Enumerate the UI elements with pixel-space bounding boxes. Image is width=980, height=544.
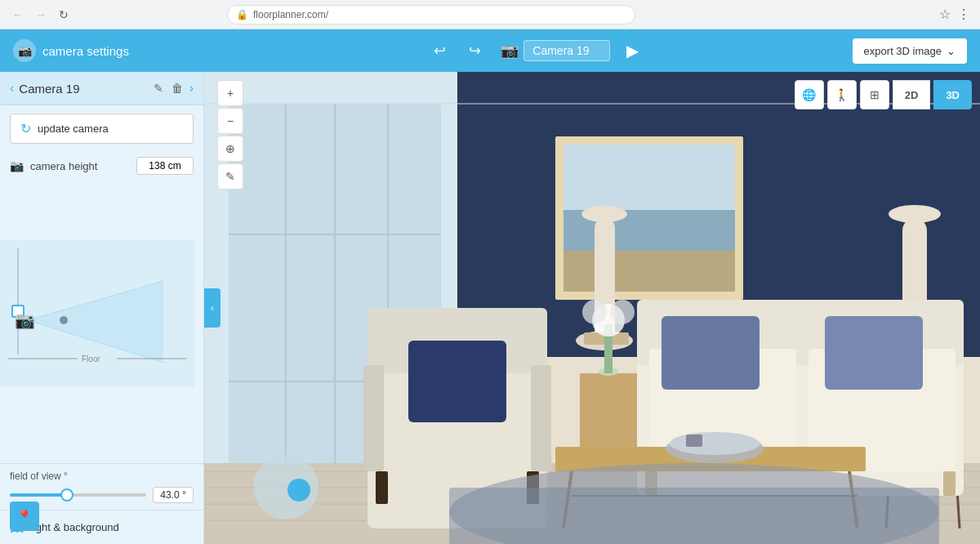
canvas-toolbar: + − ⊕ ✎ <box>217 80 243 190</box>
fov-label: field of view ° <box>10 470 194 482</box>
light-bg-label: light & background <box>31 521 119 533</box>
svg-rect-56 <box>363 365 384 471</box>
camera-nav: ‹ Camera 19 ✎ 🗑 › <box>0 72 203 105</box>
refresh-icon: ↻ <box>20 121 31 136</box>
svg-rect-31 <box>564 251 735 292</box>
svg-rect-58 <box>408 341 506 422</box>
redo-button[interactable]: ↪ <box>466 38 484 63</box>
svg-rect-50 <box>662 316 760 390</box>
view-mode-buttons: 🌐 🚶 ⊞ 2D 3D <box>795 80 972 109</box>
browser-chrome: ← → ↻ 🔒 floorplanner.com/ ☆ ⋮ <box>0 0 980 29</box>
export-button[interactable]: export 3D image ⌄ <box>853 38 967 64</box>
camera-height-input[interactable] <box>136 157 194 175</box>
svg-rect-57 <box>531 365 551 471</box>
camera-height-row: 📷 camera height <box>0 152 203 180</box>
zoom-in-button[interactable]: + <box>217 80 243 106</box>
forward-button[interactable]: → <box>33 7 49 23</box>
draw-button[interactable]: ✎ <box>217 163 243 190</box>
svg-point-66 <box>670 432 760 455</box>
undo-button[interactable]: ↩ <box>430 38 449 63</box>
export-label: export 3D image <box>864 45 942 57</box>
svg-rect-29 <box>564 145 735 210</box>
camera-height-icon: 📷 <box>10 159 24 172</box>
camera-select[interactable]: Camera 19 <box>523 40 610 61</box>
joystick-inner[interactable] <box>287 479 310 502</box>
fov-value: 43.0 ° <box>153 487 194 503</box>
play-button[interactable]: ▶ <box>626 41 639 60</box>
svg-rect-68 <box>449 488 939 544</box>
nav-joystick[interactable] <box>253 454 318 519</box>
lock-icon: 🔒 <box>236 9 248 20</box>
zoom-out-button[interactable]: − <box>217 108 243 134</box>
delete-camera-button[interactable]: 🗑 <box>170 80 185 96</box>
camera-icon: 📷 <box>501 42 519 60</box>
svg-point-38 <box>889 205 941 223</box>
back-button[interactable]: ← <box>10 7 26 23</box>
update-camera-label: update camera <box>38 123 109 135</box>
camera-prev-button[interactable]: ‹ <box>10 81 14 96</box>
location-icon: 📍 <box>16 509 33 524</box>
toolbar-right: export 3D image ⌄ <box>853 38 967 64</box>
update-camera-button[interactable]: ↻ update camera <box>10 114 194 144</box>
app: 📷 camera settings ↩ ↪ 📷 Camera 19 ▶ expo… <box>0 29 980 544</box>
globe-view-button[interactable]: 🌐 <box>795 80 824 109</box>
svg-point-7 <box>60 316 68 324</box>
center-view-button[interactable]: ⊕ <box>217 136 243 162</box>
top-toolbar: 📷 camera settings ↩ ↪ 📷 Camera 19 ▶ expo… <box>0 29 980 72</box>
toolbar-center: ↩ ↪ 📷 Camera 19 ▶ <box>227 38 843 63</box>
person-view-button[interactable]: 🚶 <box>827 80 857 109</box>
collapse-chevron-icon: ‹ <box>211 302 214 314</box>
reload-button[interactable]: ↻ <box>56 7 72 23</box>
person-icon: 🚶 <box>835 88 849 101</box>
svg-rect-74 <box>686 435 702 447</box>
joystick-outer[interactable] <box>253 454 318 519</box>
camera-select-wrap: 📷 Camera 19 <box>501 40 610 61</box>
camera-next-button[interactable]: › <box>189 81 194 96</box>
3d-mode-tab[interactable]: 3D <box>933 80 972 109</box>
camera-name: Camera 19 <box>19 82 146 96</box>
main-content: ‹ Camera 19 ✎ 🗑 › ↻ update camera 📷 came… <box>0 72 980 544</box>
camera-3d-area: 📷 Floor <box>0 180 203 463</box>
camera-3d-canvas: 📷 Floor <box>0 240 203 404</box>
2d-mode-tab[interactable]: 2D <box>893 80 931 109</box>
camera-height-label: camera height <box>30 160 130 172</box>
right-canvas: + − ⊕ ✎ 🌐 🚶 ⊞ 2D 3D ‹ <box>204 72 980 544</box>
svg-text:Floor: Floor <box>82 354 100 363</box>
camera-settings-title: camera settings <box>42 44 129 58</box>
url-text: floorplanner.com/ <box>253 9 328 20</box>
svg-point-72 <box>582 300 607 324</box>
settings-icon: ⊞ <box>870 88 880 101</box>
svg-rect-59 <box>376 471 388 504</box>
camera-preview-svg: 📷 Floor <box>0 240 194 387</box>
svg-point-34 <box>581 206 627 222</box>
room-scene-svg <box>204 72 980 544</box>
bottom-location-wrap: 📍 <box>10 502 39 531</box>
camera-settings-icon: 📷 <box>13 39 36 62</box>
settings-view-button[interactable]: ⊞ <box>860 80 889 109</box>
fov-slider[interactable] <box>10 493 146 497</box>
toolbar-left: 📷 camera settings <box>13 39 217 62</box>
svg-rect-51 <box>825 316 923 390</box>
export-chevron-icon: ⌄ <box>947 45 956 57</box>
location-button[interactable]: 📍 <box>10 502 39 531</box>
left-panel: ‹ Camera 19 ✎ 🗑 › ↻ update camera 📷 came… <box>0 72 204 544</box>
fov-slider-row: 43.0 ° <box>10 487 194 503</box>
globe-icon: 🌐 <box>802 88 816 101</box>
bookmark-icon[interactable]: ☆ <box>939 7 951 22</box>
address-bar: 🔒 floorplanner.com/ <box>227 5 635 25</box>
svg-point-73 <box>610 300 635 324</box>
collapse-panel-button[interactable]: ‹ <box>204 288 220 328</box>
svg-rect-53 <box>943 471 956 496</box>
edit-camera-button[interactable]: ✎ <box>152 80 165 96</box>
menu-icon[interactable]: ⋮ <box>957 7 970 22</box>
